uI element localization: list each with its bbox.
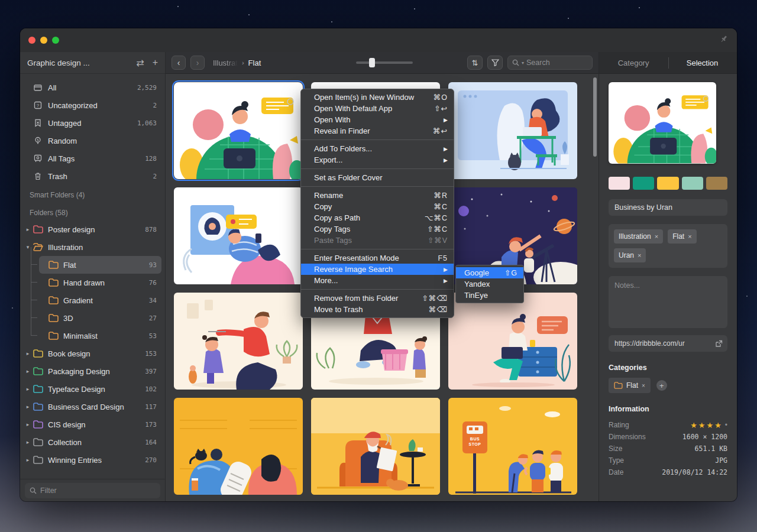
filter-input[interactable]: Filter [25,483,160,498]
smart-folders-section-label[interactable]: Smart Folders (4) [24,187,161,203]
grid-item[interactable] [448,82,577,179]
menu-item-copy-tags[interactable]: Copy Tags⇧⌘C [301,223,454,235]
menu-item-move-to-trash[interactable]: Move to Trash⌘⌫ [301,304,454,315]
tag-chip-illustration[interactable]: Illustration× [614,229,663,244]
forward-button[interactable]: › [190,56,205,70]
menu-item-add-to-folders[interactable]: Add To Folders...▶ [301,143,454,154]
tab-selection[interactable]: Selection [687,59,718,67]
sidebar-folder-flat[interactable]: Flat93 [39,256,161,274]
chevron-down-icon[interactable]: ▾ [522,60,524,66]
grid-item[interactable] [174,187,303,284]
remove-tag-icon[interactable]: × [655,233,658,240]
selected-item-preview[interactable] [609,82,716,164]
menu-item-copy[interactable]: Copy⌘C [301,201,454,212]
sidebar-folder-3d[interactable]: 3D27 [39,309,161,327]
grid-item[interactable] [311,398,440,495]
chevron-right-icon[interactable]: ▸ [24,404,32,410]
breadcrumb-parent[interactable]: Illustrat [213,59,238,67]
add-folder-icon[interactable]: + [153,57,158,69]
sidebar-item-all-tags[interactable]: All Tags128 [24,150,161,167]
sidebar-item-untagged[interactable]: Untagged1,063 [24,114,161,132]
sidebar-folder-illustration[interactable]: ▾Illustration [24,238,161,256]
breadcrumb-current[interactable]: Flat [248,59,261,67]
remove-tag-icon[interactable]: × [688,233,691,240]
sidebar-folder-winning-entries[interactable]: ▸Winning Entries270 [24,451,161,469]
color-swatch[interactable] [706,177,727,190]
tag-chip-uran[interactable]: Uran× [614,248,646,262]
chevron-right-icon[interactable]: ▸ [24,368,32,374]
sidebar-folder-gradient[interactable]: Gradient34 [39,291,161,309]
submenu-item-google[interactable]: Google⇧G [456,267,523,278]
remove-category-icon[interactable]: × [642,382,645,389]
chevron-right-icon[interactable]: ▸ [24,439,32,445]
menu-item-open-item-s-in-new-window[interactable]: Open Item(s) in New Window⌘O [301,92,454,103]
sort-button[interactable]: ⇅ [467,56,483,70]
chevron-right-icon[interactable]: ▸ [24,421,32,427]
minimize-window-button[interactable] [40,37,47,44]
color-swatch[interactable] [633,177,654,190]
menu-item-reverse-image-search[interactable]: Reverse Image Search▶ [301,264,454,275]
empty-star-dot[interactable]: • [725,421,727,429]
sidebar-folder-book-design[interactable]: ▸Book design153 [24,345,161,362]
sidebar-folder-business-card-design[interactable]: ▸Business Card Design117 [24,398,161,416]
back-button[interactable]: ‹ [172,56,186,70]
chevron-right-icon[interactable]: ▸ [24,226,32,232]
sidebar-item-uncategorized[interactable]: ?Uncategorized2 [24,96,161,114]
color-swatch[interactable] [682,177,703,190]
grid-item[interactable] [174,293,303,390]
grid-item[interactable] [174,398,303,495]
sidebar-folder-hand-drawn[interactable]: Hand drawn76 [39,274,161,291]
menu-item-copy-as-path[interactable]: Copy as Path⌥⌘C [301,212,454,223]
color-swatch[interactable] [609,177,630,190]
color-swatch[interactable] [657,177,678,190]
chevron-right-icon[interactable]: ▸ [24,386,32,392]
switch-library-icon[interactable]: ⇄ [136,57,144,69]
sidebar-item-trash[interactable]: Trash2 [24,167,161,185]
pin-icon[interactable] [719,34,729,46]
library-title[interactable]: Graphic design ... [27,59,90,67]
slider-thumb[interactable] [369,58,375,67]
menu-item-remove-from-this-folder[interactable]: Remove from this Folder⇧⌘⌫ [301,293,454,304]
sidebar-folder-minimalist[interactable]: Minimalist53 [39,327,161,345]
menu-item-export[interactable]: Export...▶ [301,154,454,166]
sidebar-folder-typeface-design[interactable]: ▸Typeface Design102 [24,380,161,398]
menu-item-open-with-default-app[interactable]: Open With Default App⇧↩ [301,103,454,114]
url-field[interactable]: https://dribbble.com/ur [609,335,727,352]
thumbnail-size-slider[interactable] [356,61,413,64]
sidebar-folder-collection[interactable]: ▸Collection164 [24,433,161,451]
search-input[interactable]: ▾ Search [507,56,593,70]
chevron-right-icon[interactable]: ▸ [24,351,32,356]
sidebar-folder-poster-design[interactable]: ▸Poster design878 [24,220,161,238]
sidebar-item-random[interactable]: Random [24,132,161,150]
open-link-icon[interactable] [715,340,723,348]
grid-scrollbar[interactable] [593,77,597,157]
menu-item-set-as-folder-cover[interactable]: Set as Folder Cover [301,172,454,183]
category-chip[interactable]: Flat × [609,378,651,393]
sidebar-folder-cis-design[interactable]: ▸CIS design173 [24,416,161,433]
menu-item-rename[interactable]: Rename⌘R [301,190,454,201]
menu-item-enter-presentation-mode[interactable]: Enter Presentation ModeF5 [301,252,454,264]
chevron-right-icon[interactable]: ▸ [24,457,32,463]
tags-field[interactable]: Illustration×Flat×Uran× [609,224,727,268]
sidebar-folder-packaging-design[interactable]: ▸Packaging Design397 [24,362,161,380]
notes-field[interactable]: Notes... [609,276,727,328]
remove-tag-icon[interactable]: × [638,252,641,259]
add-category-button[interactable]: + [656,380,667,391]
item-name-field[interactable]: Business by Uran [609,199,727,216]
submenu-item-tineye[interactable]: TinEye [456,290,523,301]
sidebar-item-all[interactable]: All2,529 [24,79,161,96]
submenu-item-yandex[interactable]: Yandex [456,278,523,290]
menu-item-open-with[interactable]: Open With▶ [301,114,454,125]
folders-section-label[interactable]: Folders (58) [24,205,161,220]
tag-chip-flat[interactable]: Flat× [668,229,696,244]
star-rating[interactable]: ★★★★ [690,421,723,430]
grid-item[interactable]: BUS STOP [448,398,577,495]
menu-item-reveal-in-finder[interactable]: Reveal in Finder⌘↩ [301,125,454,137]
close-window-button[interactable] [28,37,35,44]
grid-item[interactable] [174,82,303,179]
zoom-window-button[interactable] [52,37,59,44]
menu-item-more[interactable]: More...▶ [301,275,454,286]
tab-category[interactable]: Category [618,59,649,67]
filter-button[interactable] [487,56,503,70]
grid-item[interactable] [448,293,577,390]
